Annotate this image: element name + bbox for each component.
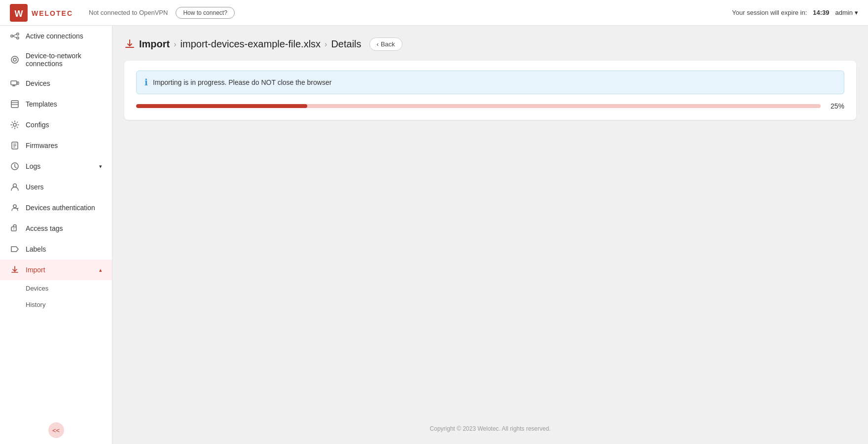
progress-row: 25% (136, 102, 844, 110)
sidebar-collapse-area: << (0, 416, 112, 444)
welotec-wordmark: WELOTEC (32, 8, 81, 18)
sidebar-sub-item-label: History (26, 301, 45, 308)
svg-point-24 (13, 205, 16, 208)
sidebar-item-device-to-network[interactable]: Device-to-network connections (0, 46, 112, 73)
chevron-down-icon: ▾ (99, 163, 102, 170)
how-to-connect-button[interactable]: How to connect? (176, 7, 234, 19)
connections-icon (10, 31, 20, 41)
configs-icon (10, 120, 20, 130)
sidebar-item-label: Devices authentication (26, 204, 95, 212)
svg-rect-5 (17, 37, 19, 39)
device-network-icon (10, 55, 20, 65)
layout: Active connections Device-to-network con… (0, 26, 868, 444)
back-label: Back (381, 40, 395, 48)
breadcrumb-filename: import-devices-example-file.xlsx (181, 38, 321, 50)
sidebar-item-label: Labels (26, 245, 46, 253)
topbar-left: W WELOTEC Not connected to OpenVPN How t… (10, 4, 235, 22)
info-banner: ℹ Importing is in progress. Please do NO… (136, 71, 844, 94)
sidebar-item-label: Users (26, 183, 44, 191)
sidebar-item-logs[interactable]: Logs ▾ (0, 156, 112, 177)
access-tags-icon (10, 223, 20, 233)
breadcrumb-import-icon (124, 39, 135, 50)
sidebar-item-label: Access tags (26, 224, 63, 232)
devices-auth-icon (10, 203, 20, 213)
sidebar: Active connections Device-to-network con… (0, 26, 112, 444)
breadcrumb: Import › import-devices-example-file.xls… (124, 37, 856, 51)
info-message: Importing is in progress. Please do NOT … (153, 78, 331, 86)
svg-rect-11 (17, 82, 19, 84)
sidebar-sub-item-import-history[interactable]: History (0, 296, 112, 313)
sidebar-sub-item-import-devices[interactable]: Devices (0, 280, 112, 296)
sidebar-item-label: Device-to-network connections (26, 52, 102, 68)
logo: W WELOTEC (10, 4, 81, 22)
session-timer: 14:39 (813, 9, 829, 16)
sidebar-item-configs[interactable]: Configs (0, 114, 112, 135)
sidebar-item-label: Import (26, 266, 45, 274)
import-icon (10, 265, 20, 275)
svg-point-8 (11, 56, 18, 63)
footer: Copyright © 2023 Welotec. All rights res… (124, 413, 856, 432)
breadcrumb-sep-2: › (325, 40, 327, 49)
svg-text:WELOTEC: WELOTEC (32, 9, 73, 17)
sidebar-item-firmwares[interactable]: Firmwares (0, 135, 112, 156)
sidebar-item-active-connections[interactable]: Active connections (0, 26, 112, 46)
chevron-left-icon: ‹ (377, 40, 379, 48)
footer-text: Copyright © 2023 Welotec. All rights res… (430, 425, 550, 432)
back-button[interactable]: ‹ Back (369, 37, 402, 51)
sidebar-item-templates[interactable]: Templates (0, 94, 112, 114)
svg-point-9 (13, 58, 16, 61)
progress-card: ℹ Importing is in progress. Please do NO… (124, 61, 856, 120)
progress-bar-container (136, 104, 821, 108)
chevron-down-icon: ▾ (855, 9, 858, 16)
topbar-right: Your session will expire in: 14:39 admin… (732, 9, 858, 16)
svg-rect-3 (11, 35, 13, 37)
users-icon (10, 182, 20, 192)
svg-point-17 (13, 123, 16, 126)
topbar: W WELOTEC Not connected to OpenVPN How t… (0, 0, 868, 26)
svg-point-26 (13, 228, 14, 229)
sidebar-item-access-tags[interactable]: Access tags (0, 218, 112, 239)
sidebar-item-label: Templates (26, 100, 57, 108)
sidebar-item-label: Firmwares (26, 142, 58, 149)
labels-icon (10, 244, 20, 254)
sidebar-sub-item-label: Devices (26, 285, 48, 292)
devices-icon (10, 78, 20, 88)
info-icon: ℹ (145, 77, 148, 88)
sidebar-item-labels[interactable]: Labels (0, 239, 112, 259)
firmwares-icon (10, 141, 20, 150)
svg-line-7 (13, 36, 17, 38)
breadcrumb-sep-1: › (174, 40, 176, 49)
svg-rect-4 (17, 33, 19, 35)
not-connected-text: Not connected to OpenVPN (89, 9, 168, 16)
svg-rect-14 (11, 101, 18, 108)
sidebar-item-label: Active connections (26, 32, 83, 40)
svg-line-6 (13, 34, 17, 36)
breadcrumb-details-label: Details (331, 38, 361, 50)
svg-text:W: W (15, 9, 23, 19)
admin-label: admin (835, 9, 853, 16)
sidebar-item-users[interactable]: Users (0, 177, 112, 197)
sidebar-collapse-button[interactable]: << (48, 422, 64, 438)
logs-icon (10, 161, 20, 171)
admin-menu[interactable]: admin ▾ (835, 9, 858, 16)
sidebar-item-label: Logs (26, 162, 40, 170)
chevron-up-icon: ▴ (99, 267, 102, 273)
sidebar-item-label: Configs (26, 121, 49, 129)
main-content: Import › import-devices-example-file.xls… (112, 26, 868, 444)
sidebar-item-label: Devices (26, 79, 50, 87)
sidebar-item-devices[interactable]: Devices (0, 73, 112, 94)
progress-percentage: 25% (827, 102, 844, 110)
svg-rect-10 (11, 81, 17, 85)
session-label: Your session will expire in: (732, 9, 807, 16)
sidebar-item-devices-authentication[interactable]: Devices authentication (0, 197, 112, 218)
sidebar-item-import[interactable]: Import ▴ (0, 259, 112, 280)
progress-bar-fill (136, 104, 307, 108)
templates-icon (10, 99, 20, 109)
welotec-logo: W (10, 4, 28, 22)
breadcrumb-import-label: Import (139, 38, 170, 50)
